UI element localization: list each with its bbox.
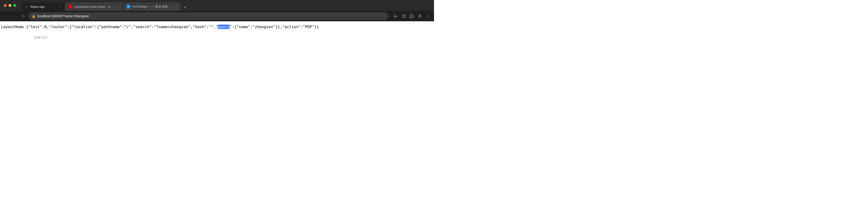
forward-button[interactable]: → — [11, 13, 18, 20]
tab-react-app[interactable]: ⚛ React App × — [22, 2, 64, 11]
tab-divider-2 — [123, 4, 123, 9]
toolbar-icons — [392, 13, 431, 20]
tab-react-title: React App — [30, 5, 56, 8]
tab-npm-close[interactable]: × — [116, 5, 120, 8]
lock-icon: 🔒 — [32, 14, 36, 18]
text-after-highlight: ":{"name":"zhangsan"}},"action":"POP"}} — [230, 25, 319, 29]
traffic-lights — [0, 1, 20, 10]
new-tab-button[interactable]: + — [182, 4, 188, 11]
traffic-light-red[interactable] — [4, 4, 7, 7]
translate-icon[interactable] — [392, 13, 399, 20]
tab-ant-design[interactable]: ✦ Ant Design — 一套企业级 UI 设计... × — [124, 2, 181, 11]
tab-bar: ⚛ React App × n connected-react-router -… — [20, 0, 434, 11]
highlighted-word: query — [218, 25, 230, 29]
address-text: localhost:3000/#/?name=zhangsan — [37, 14, 385, 18]
tab-npm[interactable]: n connected-react-router - npm × — [66, 2, 123, 11]
svg-point-1 — [419, 14, 421, 16]
tab-ant-title: Ant Design — 一套企业级 UI 设计... — [132, 4, 172, 9]
browser-window: ⚛ React App × n connected-react-router -… — [0, 0, 434, 206]
tab-npm-title: connected-react-router - npm — [74, 5, 114, 8]
main-output-text: LayoutHome {"test":0,"router":{"location… — [1, 24, 433, 30]
traffic-light-yellow[interactable] — [8, 4, 11, 7]
svg-point-4 — [428, 17, 428, 18]
back-button[interactable]: ← — [3, 13, 9, 20]
top-bar: ⚛ React App × n connected-react-router -… — [0, 0, 434, 11]
tab-ant-close[interactable]: × — [174, 5, 178, 8]
extensions-icon[interactable] — [408, 13, 415, 20]
ant-favicon: ✦ — [127, 5, 130, 8]
traffic-light-green[interactable] — [13, 4, 16, 7]
reload-button[interactable]: ↻ — [20, 13, 27, 20]
page-content: LayoutHome {"test":0,"router":{"location… — [0, 21, 434, 206]
address-bar[interactable]: 🔒 localhost:3000/#/?name=zhangsan — [28, 12, 389, 20]
text-before-highlight: LayoutHome {"test":0,"router":{"location… — [1, 25, 218, 29]
sub-text: 邵洲 6361 — [34, 35, 433, 40]
svg-marker-0 — [402, 14, 406, 18]
tab-react-close[interactable]: × — [58, 5, 62, 8]
menu-icon[interactable] — [425, 13, 431, 20]
svg-point-3 — [428, 16, 428, 16]
address-bar-row: ← → ↻ 🔒 localhost:3000/#/?name=zhangsan — [0, 11, 434, 21]
npm-favicon: n — [68, 5, 72, 8]
svg-point-2 — [428, 15, 428, 15]
star-icon[interactable] — [400, 13, 407, 20]
react-favicon: ⚛ — [25, 5, 28, 8]
avatar-icon[interactable] — [416, 13, 423, 20]
